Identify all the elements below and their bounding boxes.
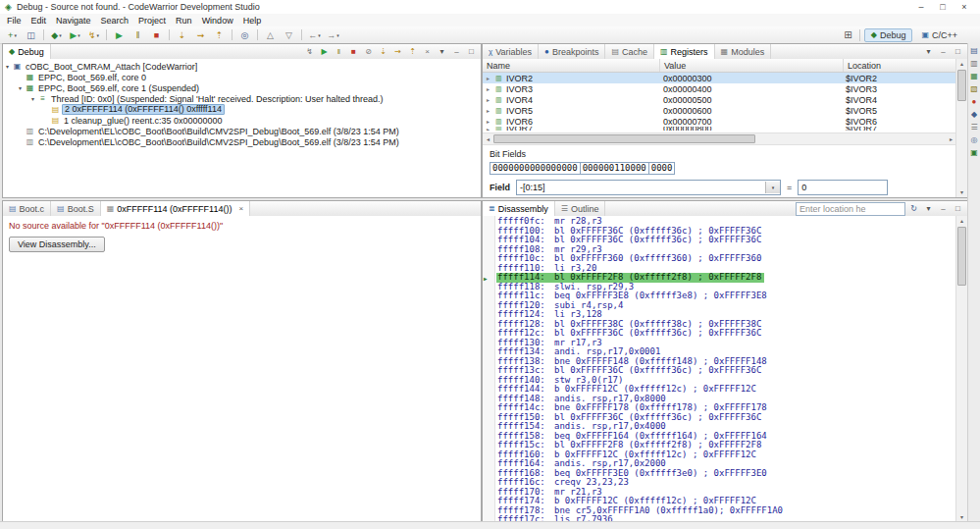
tab-debug[interactable]: ◆ Debug [3,44,51,59]
tab-boot-s[interactable]: ▤ Boot.S [51,201,101,216]
row-twisty-icon[interactable]: ▸ [487,118,493,125]
view-shortcut-console[interactable]: ▤ [970,46,978,55]
column-header[interactable]: Value [660,59,844,72]
tab-registers[interactable]: ▥ Registers [654,44,715,59]
scrollbar-thumb[interactable] [493,134,755,143]
scroll-left-icon[interactable]: ◂ [483,135,493,142]
view-menu-button[interactable]: ▾ [436,45,448,58]
register-row[interactable]: ▸▥IVOR7 0x00000800 $IVOR7 [483,127,956,131]
minimize-view-button[interactable]: – [937,45,950,58]
row-twisty-icon[interactable]: ▸ [487,127,493,131]
view-menu-button[interactable]: ▾ [922,202,935,215]
terminate-button[interactable]: ■ [347,45,360,58]
tree-twisty-icon[interactable]: ▾ [16,84,25,91]
scroll-up-icon[interactable]: ▴ [956,216,967,226]
debug-tree-item[interactable]: ▾ ≡ Thread [ID: 0x0] (Suspended: Signal … [3,93,481,104]
menu-item[interactable]: Help [238,15,267,26]
view-shortcut-other[interactable]: ▣ [970,148,978,157]
menu-item[interactable]: Project [133,15,171,26]
minimize-button[interactable]: – [910,2,932,12]
view-shortcut-tasks[interactable]: ▥ [970,59,978,68]
menu-item[interactable]: File [2,15,26,26]
chevron-down-icon[interactable]: ▾ [765,182,780,193]
view-shortcut-memory[interactable]: ▦ [970,72,978,80]
view-shortcut-problems[interactable]: ● [972,97,977,106]
menu-item[interactable]: Edit [26,15,52,26]
scrollbar-thumb[interactable] [957,227,966,286]
suspend-button[interactable]: ‖ [333,45,345,58]
tab-boot-c[interactable]: ▤ Boot.c [3,201,51,216]
menu-item[interactable]: Run [171,15,197,26]
run-button[interactable]: ▶▾ [66,28,84,42]
step-into-button[interactable]: ⇣ [173,28,191,42]
debug-tree-item[interactable]: ▦ EPPC, Boot_569.elf, core 0 [3,72,481,82]
bit-field-segment[interactable]: 0000000000000000 [490,162,581,175]
maximize-button[interactable]: □ [932,2,954,12]
tab-disassembly[interactable]: ≣ Disassembly [483,201,555,216]
maximize-view-button[interactable]: □ [465,45,478,58]
debug-tree-item[interactable]: ▾ ▣ cOBC_Boot_CMRAM_Attach [CodeWarrior] [3,61,481,72]
view-shortcut-outline[interactable]: ☰ [970,123,977,132]
perspective-debug[interactable]: ◆ Debug [864,28,913,42]
debug-tree-item[interactable]: ▾ ▦ EPPC, Boot_569.elf, core 1 (Suspende… [3,82,481,93]
row-twisty-icon[interactable]: ▸ [487,85,493,92]
bit-field-segment[interactable]: 0000 [649,162,676,175]
step-return-button[interactable]: ⇡ [210,28,229,42]
register-row[interactable]: ▸▥IVOR3 0x00000400 $IVOR3 [483,83,956,94]
menu-item[interactable]: Search [96,15,134,26]
flash-programmer-button[interactable]: ↯▾ [84,28,103,42]
scroll-down-icon[interactable]: ▾ [956,187,967,197]
disconnect-button[interactable]: ⊘ [362,45,375,58]
vertical-scrollbar[interactable]: ▴ ▾ [955,59,967,197]
column-header[interactable]: Location [844,59,956,72]
save-button[interactable]: ◫ [22,28,40,42]
row-twisty-icon[interactable]: ▸ [487,75,493,81]
view-shortcut-search[interactable]: ◎ [971,135,978,144]
menu-item[interactable]: Navigate [51,15,96,26]
debug-button[interactable]: ◆▾ [47,28,66,42]
close-button[interactable]: × [954,2,975,12]
scrollbar-thumb[interactable] [957,70,966,101]
column-header[interactable]: Name [483,59,660,72]
scroll-up-icon[interactable]: ▴ [956,59,967,69]
remove-terminated-button[interactable]: × [421,45,434,58]
prev-annotation-button[interactable]: △ [261,28,280,42]
close-tab-icon[interactable]: × [238,204,243,213]
maximize-view-button[interactable]: □ [952,45,964,58]
step-over-button[interactable]: ⇝ [191,28,210,42]
resume-button[interactable]: ▶ [318,45,331,58]
field-select[interactable]: -[0:15] ▾ [516,180,781,195]
step-over-button[interactable]: ⇝ [391,45,404,58]
step-into-button[interactable]: ⇣ [377,45,389,58]
suspend-button[interactable]: ‖ [129,28,147,42]
bit-field-segment[interactable]: 000000110000 [581,162,649,175]
row-twisty-icon[interactable]: ▸ [487,107,493,114]
debug-tree-item[interactable]: ▤ 1 cleanup_glue() reent.c:35 0x00000000 [3,115,481,126]
refresh-button[interactable]: ↻ [907,202,920,215]
register-row[interactable]: ▸▥IVOR6 0x00000700 $IVOR6 [483,116,956,127]
field-value-input[interactable] [798,180,888,195]
horizontal-scrollbar[interactable]: ◂ ▸ [483,132,956,145]
tab-modules[interactable]: ▦ Modules [715,44,772,59]
connect-button[interactable]: ↯ [303,45,316,58]
forward-button[interactable]: →▾ [324,28,342,42]
tree-twisty-icon[interactable]: ▾ [3,63,12,70]
register-row[interactable]: ▸▥IVOR5 0x00000600 $IVOR5 [483,105,956,116]
new-button[interactable]: +▾ [3,28,22,42]
view-disassembly-button[interactable]: View Disassembly... [9,237,105,252]
register-row[interactable]: ▸▥IVOR2 0x00000300 $IVOR2 [483,73,956,83]
tab-outline[interactable]: ☰ Outline [555,201,606,216]
next-annotation-button[interactable]: ▽ [280,28,298,42]
back-button[interactable]: ←▾ [305,28,324,42]
tree-twisty-icon[interactable]: ▾ [28,95,37,102]
maximize-view-button[interactable]: □ [952,202,964,215]
minimize-view-button[interactable]: – [450,45,463,58]
view-menu-button[interactable]: ▾ [922,45,935,58]
debug-tree-item[interactable]: ▥ C:\Development\EL\cOBC_Boot\Boot\Build… [3,136,481,147]
debug-tree-item[interactable]: ▥ C:\Development\EL\cOBC_Boot\Boot\Build… [3,126,481,136]
minimize-view-button[interactable]: – [937,202,950,215]
open-perspective-icon[interactable]: ⊞ [841,29,854,40]
row-twisty-icon[interactable]: ▸ [487,96,493,103]
tab-cache[interactable]: ▤ Cache [605,44,654,59]
search-button[interactable]: ◎ [235,28,254,42]
